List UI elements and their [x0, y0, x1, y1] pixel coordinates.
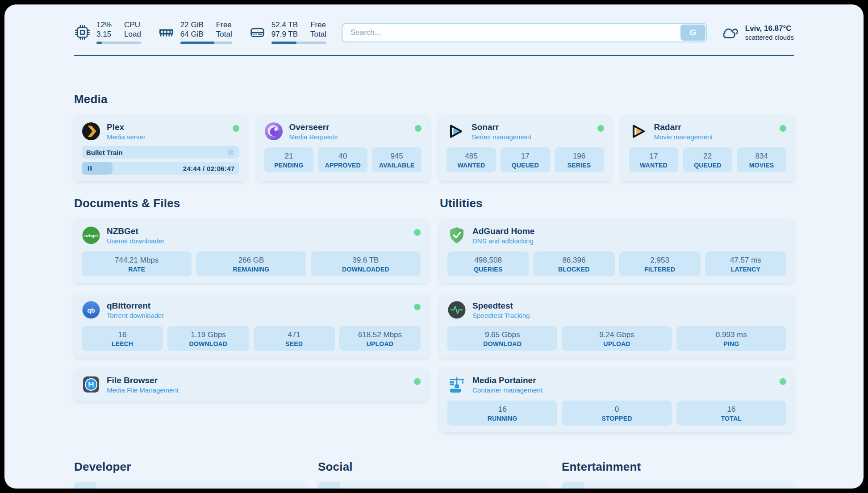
- app-name: Radarr: [654, 122, 713, 132]
- stat-tile: 744.21 Mbps RATE: [82, 251, 192, 276]
- stat-value: 196: [556, 151, 602, 161]
- app-name: Media Portainer: [472, 375, 542, 385]
- stat-label: SERIES: [556, 162, 602, 169]
- cpu-progress-fill: [96, 42, 102, 44]
- app-card-portainer[interactable]: Media Portainer Container management 16 …: [440, 368, 794, 432]
- stat-value: 16: [83, 330, 161, 339]
- playback-time: 24:44 / 02:06:47: [183, 165, 235, 172]
- status-dot: [233, 125, 239, 132]
- status-dot: [414, 229, 421, 236]
- stat-value: 17: [631, 151, 677, 161]
- bookmark-github[interactable]: GH Github github.com: [74, 482, 306, 489]
- stat-tile: 498,508 QUERIES: [447, 251, 529, 276]
- disk-total-label: Total: [310, 30, 326, 39]
- stat-value: 0.993 ms: [678, 330, 785, 339]
- stat-value: 485: [448, 151, 494, 161]
- cpu-progress-bar: [96, 42, 141, 44]
- weather-widget[interactable]: Lviv, 16.87°C scattered clouds: [721, 24, 794, 42]
- now-playing-row: Bullet Train: [82, 146, 239, 159]
- system-stats: 12% CPU 3.15 Load: [74, 21, 326, 44]
- stat-label: AVAILABLE: [374, 162, 420, 169]
- app-card-plex[interactable]: Plex Media server Bullet Train: [74, 115, 247, 181]
- ram-progress-fill: [180, 42, 214, 44]
- app-card-sonarr[interactable]: Sonarr Series management 485 WANTED 17 Q…: [439, 115, 612, 181]
- section-title-utilities: Utilities: [440, 196, 794, 210]
- search-engine-button[interactable]: G: [680, 25, 705, 41]
- app-subtitle: Media server: [107, 133, 146, 141]
- stat-tile: 0.993 ms PING: [676, 326, 786, 351]
- ram-free-label: Free: [216, 21, 232, 29]
- disk-icon: [249, 24, 266, 41]
- header-divider: [74, 55, 794, 56]
- status-dot: [780, 378, 786, 385]
- section-documents: Documents & Files nzbget NZBGet Usenet d…: [74, 196, 428, 432]
- disk-free-label: Free: [310, 21, 326, 29]
- app-card-adguard[interactable]: AdGuard Home DNS and adblocking 498,508 …: [440, 219, 794, 283]
- dashboard-panel: 12% CPU 3.15 Load: [4, 4, 864, 489]
- stat-label: DOWNLOADED: [313, 266, 419, 273]
- stat-label: PING: [678, 340, 785, 347]
- disk-progress-bar: [271, 42, 326, 44]
- cpu-usage-value: 12%: [96, 21, 112, 29]
- ram-free-value: 22 GiB: [180, 21, 204, 29]
- speedtest-icon: [447, 301, 466, 319]
- portainer-icon: [447, 375, 466, 394]
- stat-label: MOVIES: [739, 162, 785, 169]
- stat-label: DOWNLOAD: [449, 340, 555, 347]
- app-subtitle: Movie management: [654, 133, 713, 141]
- bookmark-linkedin[interactable]: LI LinkedIn linkedin.com: [318, 482, 550, 489]
- section-social: Social LI LinkedIn linkedin.com TW Twitt…: [318, 460, 550, 489]
- stat-value: 39.6 TB: [313, 255, 419, 265]
- cpu-stat: 12% CPU 3.15 Load: [74, 21, 141, 44]
- stat-label: WANTED: [631, 162, 677, 169]
- stat-tile: 40 APPROVED: [318, 147, 367, 172]
- stat-value: 47.57 ms: [707, 255, 785, 265]
- cpu-load-label: Load: [124, 30, 141, 39]
- cpu-icon: [74, 24, 91, 41]
- app-card-qbittorrent[interactable]: qb qBittorrent Torrent downloader 16 LEE…: [74, 294, 428, 358]
- app-name: Speedtest: [472, 301, 530, 311]
- section-title-media: Media: [74, 92, 794, 106]
- stat-tile: 16 TOTAL: [676, 401, 786, 426]
- app-card-filebrowser[interactable]: File Browser Media File Management: [74, 368, 428, 401]
- stat-tile: 945 AVAILABLE: [372, 147, 421, 172]
- stat-value: 16: [449, 405, 555, 414]
- stat-tile: 17 QUEUED: [501, 147, 550, 172]
- svg-text:nzbget: nzbget: [84, 233, 98, 238]
- ram-total-value: 64 GiB: [180, 30, 204, 39]
- stat-label: WANTED: [448, 162, 494, 169]
- pause-icon[interactable]: [86, 165, 93, 172]
- stat-label: SEED: [255, 340, 333, 347]
- ram-progress-bar: [180, 42, 232, 44]
- status-dot: [415, 125, 421, 132]
- plex-icon: [82, 122, 100, 141]
- overseerr-icon: [264, 122, 283, 141]
- stat-tile: 1.19 Gbps DOWNLOAD: [167, 326, 249, 351]
- stat-value: 16: [678, 405, 785, 414]
- stat-label: QUERIES: [449, 266, 527, 273]
- nzbget-icon: nzbget: [82, 226, 100, 245]
- stat-label: UPLOAD: [341, 340, 419, 347]
- radarr-icon: [629, 122, 648, 141]
- session-settings-icon[interactable]: [227, 148, 235, 156]
- app-subtitle: DNS and adblocking: [472, 237, 534, 245]
- stat-value: 1.19 Gbps: [169, 330, 247, 339]
- app-subtitle: Speedtest Tracking: [472, 312, 530, 320]
- bookmark-youtube[interactable]: YT YouTube youtube.com: [562, 482, 794, 489]
- stat-tile: 485 WANTED: [447, 147, 496, 172]
- stat-tile: 266 GB REMAINING: [196, 251, 306, 276]
- app-card-radarr[interactable]: Radarr Movie management 17 WANTED 22 QUE…: [622, 115, 794, 181]
- stat-tile: 39.6 TB DOWNLOADED: [311, 251, 421, 276]
- stat-label: RATE: [83, 266, 190, 273]
- stat-value: 2,953: [621, 255, 699, 265]
- disk-free-value: 52.4 TB: [271, 21, 298, 29]
- app-subtitle: Media Requests: [289, 133, 338, 141]
- app-card-overseerr[interactable]: Overseerr Media Requests 21 PENDING 40 A…: [257, 115, 430, 181]
- search-input[interactable]: [342, 23, 707, 42]
- app-card-nzbget[interactable]: nzbget NZBGet Usenet downloader 744.21 M…: [74, 219, 428, 283]
- app-card-speedtest[interactable]: Speedtest Speedtest Tracking 9.65 Gbps D…: [440, 294, 794, 358]
- sonarr-icon: [447, 122, 465, 141]
- status-dot: [414, 304, 421, 310]
- filebrowser-icon: [82, 375, 100, 394]
- app-subtitle: Torrent downloader: [107, 312, 164, 320]
